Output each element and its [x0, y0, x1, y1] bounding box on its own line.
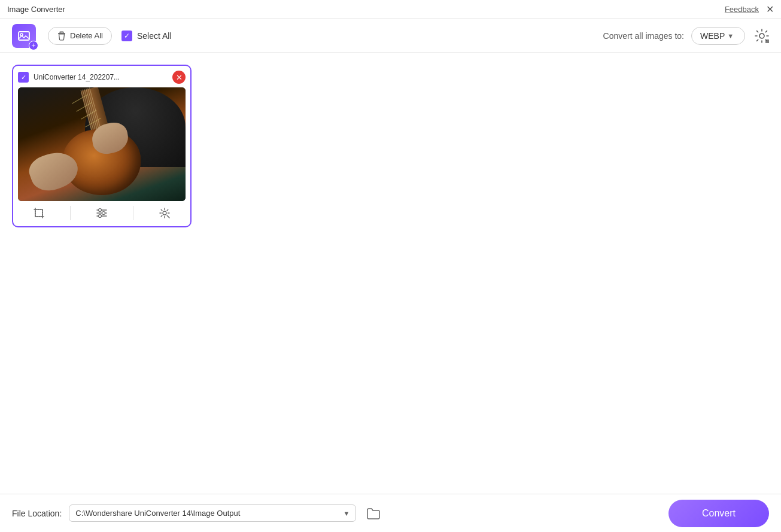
- file-location-arrow-icon: ▼: [343, 510, 350, 517]
- title-bar: Image Converter Feedback ✕: [0, 0, 781, 19]
- delete-all-label: Delete All: [70, 31, 103, 40]
- image-icon: [17, 29, 31, 42]
- add-icon: [12, 24, 36, 48]
- folder-icon: [366, 507, 381, 519]
- app-title: Image Converter: [7, 5, 65, 14]
- add-image-button[interactable]: [10, 22, 38, 50]
- close-button[interactable]: ✕: [766, 5, 774, 14]
- browse-folder-button[interactable]: [363, 503, 384, 524]
- card-settings-icon: [159, 207, 171, 219]
- svg-point-15: [163, 211, 166, 215]
- svg-point-13: [102, 212, 105, 215]
- svg-line-16: [168, 217, 169, 218]
- convert-label: Convert: [702, 508, 736, 518]
- separator-2: [133, 206, 133, 220]
- card-actions: [18, 201, 186, 221]
- svg-point-14: [99, 215, 102, 218]
- title-bar-right: Feedback ✕: [725, 5, 774, 14]
- dropdown-arrow-icon: ▼: [727, 32, 734, 39]
- select-all-label: Select All: [137, 31, 172, 41]
- file-location-path: C:\Wondershare UniConverter 14\Image Out…: [75, 509, 338, 518]
- svg-rect-3: [58, 33, 65, 34]
- selected-format: WEBP: [700, 31, 725, 41]
- guitar-thumbnail: [18, 87, 186, 201]
- svg-rect-2: [60, 32, 63, 33]
- card-remove-button[interactable]: ✕: [172, 71, 186, 84]
- card-filename: UniConverter 14_202207...: [34, 73, 168, 81]
- adjust-button[interactable]: [96, 207, 108, 219]
- image-card: ✓ UniConverter 14_202207... ✕: [12, 65, 192, 227]
- select-all-container[interactable]: ✓ Select All: [121, 31, 172, 41]
- bottom-bar: File Location: C:\Wondershare UniConvert…: [0, 494, 781, 532]
- toolbar: Delete All ✓ Select All Convert all imag…: [0, 19, 781, 53]
- separator-1: [70, 206, 71, 220]
- title-bar-left: Image Converter: [7, 5, 65, 14]
- crop-icon: [33, 207, 45, 219]
- select-all-checkbox[interactable]: ✓: [121, 31, 132, 41]
- crop-button[interactable]: [33, 207, 45, 219]
- file-location-label: File Location:: [12, 509, 62, 518]
- adjust-icon: [96, 207, 108, 219]
- svg-point-12: [99, 209, 102, 212]
- svg-rect-0: [19, 32, 29, 40]
- svg-rect-8: [35, 209, 42, 217]
- toolbar-right: Convert all images to: WEBP ▼: [603, 26, 771, 45]
- file-location-dropdown[interactable]: C:\Wondershare UniConverter 14\Image Out…: [69, 504, 356, 522]
- main-area: ✓ UniConverter 14_202207... ✕: [0, 53, 781, 494]
- settings-badge-icon: [764, 38, 770, 44]
- card-settings-button[interactable]: [159, 207, 171, 219]
- format-dropdown[interactable]: WEBP ▼: [691, 27, 745, 45]
- convert-button[interactable]: Convert: [668, 500, 769, 527]
- card-checkbox[interactable]: ✓: [18, 72, 29, 83]
- global-settings-button[interactable]: [752, 26, 771, 45]
- svg-point-4: [759, 34, 764, 38]
- feedback-link[interactable]: Feedback: [725, 5, 759, 14]
- convert-all-label: Convert all images to:: [603, 31, 684, 41]
- delete-all-button[interactable]: Delete All: [48, 27, 112, 45]
- image-card-header: ✓ UniConverter 14_202207... ✕: [18, 71, 186, 84]
- trash-icon: [57, 31, 66, 41]
- card-image: [18, 87, 186, 201]
